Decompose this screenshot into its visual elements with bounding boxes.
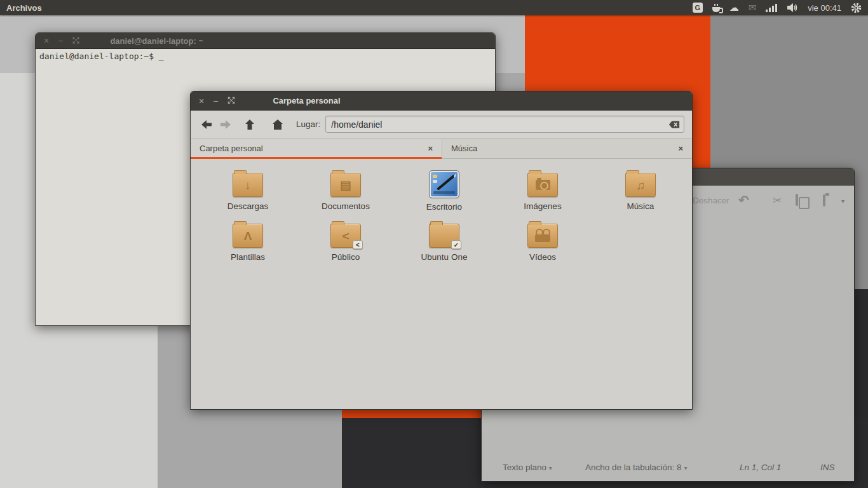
- folder-templates-icon: Λ: [233, 224, 263, 248]
- location-value: /home/daniel: [331, 119, 668, 130]
- cursor-position-label: Ln 1, Col 1: [740, 463, 781, 472]
- tab-close-icon[interactable]: ×: [672, 144, 683, 153]
- close-icon[interactable]: ×: [199, 97, 204, 105]
- file-manager-toolbar: Lugar: /home/daniel: [191, 111, 692, 139]
- folder-documents-icon: ▤: [330, 173, 361, 197]
- file-item-videos[interactable]: Vídeos: [495, 220, 590, 262]
- file-manager-title: Carpeta personal: [273, 96, 340, 105]
- folder-videos-icon: [527, 224, 558, 248]
- file-manager-window-controls: × −: [191, 96, 236, 106]
- tab-musica[interactable]: Música ×: [442, 139, 692, 158]
- minimize-icon[interactable]: −: [58, 36, 63, 45]
- terminal-title: daniel@daniel-laptop: ~: [110, 36, 203, 46]
- panel-app-menu[interactable]: Archivos: [0, 3, 42, 13]
- share-badge-icon: <: [353, 240, 363, 249]
- folder-downloads-icon: ↓: [233, 173, 263, 197]
- folder-pictures-icon: [527, 173, 558, 197]
- file-item-publico[interactable]: << Público: [298, 220, 393, 262]
- terminal-cursor: _: [159, 51, 164, 61]
- file-item-imagenes[interactable]: Imágenes: [495, 170, 590, 211]
- forward-button[interactable]: [216, 115, 235, 134]
- home-button[interactable]: [268, 115, 287, 134]
- file-item-escritorio[interactable]: Escritorio: [397, 170, 492, 212]
- network-signal-icon[interactable]: [766, 4, 777, 12]
- file-manager-window: × − Carpeta personal Lugar: /home/daniel…: [190, 91, 693, 410]
- chevron-down-icon[interactable]: ▾: [841, 198, 844, 205]
- desktop-icon: [430, 171, 459, 198]
- location-label: Lugar:: [296, 119, 320, 129]
- cut-icon[interactable]: ✂: [773, 194, 782, 207]
- file-item-plantillas[interactable]: Λ Plantillas: [200, 220, 295, 262]
- tab-close-icon[interactable]: ×: [421, 144, 433, 153]
- file-item-documentos[interactable]: ▤ Documentos: [298, 170, 393, 211]
- clear-location-icon[interactable]: [668, 120, 680, 129]
- undo-button[interactable]: Deshacer: [693, 196, 729, 205]
- close-icon[interactable]: ×: [44, 36, 49, 45]
- check-badge-icon: ✓: [451, 240, 461, 249]
- doc-type-dropdown[interactable]: Texto plano ▾: [503, 463, 552, 472]
- terminal-window-controls: × −: [36, 36, 80, 46]
- google-indicator-icon[interactable]: G: [693, 3, 703, 13]
- back-button[interactable]: [197, 115, 216, 134]
- paste-icon[interactable]: [823, 194, 825, 207]
- copy-icon[interactable]: [796, 194, 798, 206]
- clock[interactable]: vie 00:41: [808, 3, 841, 13]
- file-item-musica[interactable]: ♫ Música: [593, 170, 688, 211]
- up-button[interactable]: [240, 115, 259, 134]
- minimize-icon[interactable]: −: [213, 97, 218, 105]
- gear-session-icon[interactable]: [851, 3, 862, 13]
- maximize-icon[interactable]: [72, 36, 80, 46]
- chevron-down-icon: ▾: [549, 464, 552, 471]
- tab-carpeta-personal[interactable]: Carpeta personal ×: [191, 139, 442, 158]
- maximize-icon[interactable]: [227, 96, 236, 106]
- camera-emblem-icon: [536, 180, 550, 190]
- terminal-titlebar[interactable]: × − daniel@daniel-laptop: ~: [36, 33, 495, 49]
- undo-icon[interactable]: ↶: [738, 193, 749, 208]
- file-item-ubuntu-one[interactable]: ✓ Ubuntu One: [397, 220, 492, 262]
- terminal-prompt: daniel@daniel-laptop:~$: [39, 51, 154, 61]
- movie-camera-emblem-icon: [535, 234, 550, 242]
- text-editor-statusbar: Texto plano ▾ Ancho de la tabulación: 8 …: [482, 454, 854, 481]
- messages-mail-icon[interactable]: ✉: [749, 0, 757, 15]
- terminal-content[interactable]: daniel@daniel-laptop:~$ _: [36, 49, 495, 64]
- chevron-down-icon: ▾: [684, 464, 687, 471]
- system-tray: G ☁ ✉ vie 00:41: [693, 0, 868, 15]
- folder-music-icon: ♫: [625, 173, 656, 197]
- tab-width-dropdown[interactable]: Ancho de la tabulación: 8 ▾: [585, 463, 687, 472]
- location-input[interactable]: /home/daniel: [325, 116, 684, 133]
- volume-icon[interactable]: [787, 3, 798, 13]
- file-manager-titlebar[interactable]: × − Carpeta personal: [191, 92, 692, 111]
- cloud-sync-icon[interactable]: ☁: [729, 0, 739, 15]
- insert-mode-label: INS: [820, 463, 835, 472]
- tab-bar: Carpeta personal × Música ×: [191, 139, 692, 159]
- file-list: ↓ Descargas ▤ Documentos Escritorio Imág…: [191, 159, 692, 410]
- coffee-caffeine-icon[interactable]: [712, 7, 720, 12]
- file-item-descargas[interactable]: ↓ Descargas: [200, 170, 295, 211]
- folder-ubuntuone-icon: ✓: [429, 224, 459, 248]
- top-panel: Archivos G ☁ ✉ vie 00:41: [0, 0, 868, 15]
- folder-publicshare-icon: <<: [330, 224, 361, 248]
